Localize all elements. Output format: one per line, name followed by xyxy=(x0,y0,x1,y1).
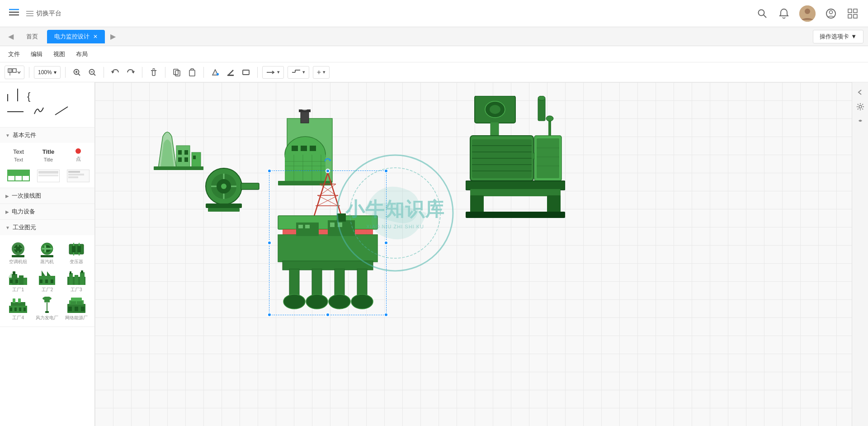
menu-layout[interactable]: 布局 xyxy=(75,48,89,60)
svg-rect-178 xyxy=(538,98,545,121)
menu-file[interactable]: 文件 xyxy=(7,48,21,60)
basic-text-label: Text xyxy=(14,157,23,162)
svg-rect-64 xyxy=(75,275,78,285)
svg-rect-105 xyxy=(301,146,307,151)
ind-item-steam-engine[interactable]: 蒸汽机 xyxy=(34,241,60,265)
user-avatar[interactable] xyxy=(799,5,816,22)
industrial-grid: 空调机组 蒸汽机 xyxy=(5,239,89,323)
ind-item-transformer[interactable]: 变压器 xyxy=(64,241,89,265)
svg-rect-104 xyxy=(292,146,298,151)
menu-bar: 文件 编辑 视图 布局 xyxy=(0,46,868,62)
tab-close-btn[interactable]: ✕ xyxy=(93,33,98,40)
tab-next-btn[interactable]: ▶ xyxy=(107,30,119,43)
category-industrial-header[interactable]: ▼ 工业图元 xyxy=(0,220,94,235)
svg-rect-123 xyxy=(241,183,259,189)
zoom-value: 100% xyxy=(38,69,52,76)
category-power-equipment: ▶ 电力设备 xyxy=(0,204,94,220)
hamburger-menu[interactable] xyxy=(9,8,19,19)
ind-item-wind-power[interactable]: 风力发电厂 xyxy=(34,297,60,321)
fill-color-btn[interactable] xyxy=(208,66,222,79)
ind-label-steam-engine: 蒸汽机 xyxy=(40,259,54,265)
menu-view[interactable]: 视图 xyxy=(52,48,66,60)
svg-rect-143 xyxy=(330,222,335,227)
copy-format-btn[interactable] xyxy=(170,66,184,79)
svg-rect-42 xyxy=(42,248,52,250)
tab-prev-btn[interactable]: ◀ xyxy=(5,30,17,43)
menu-edit[interactable]: 编辑 xyxy=(30,48,43,60)
svg-rect-27 xyxy=(175,71,180,76)
svg-rect-31 xyxy=(243,70,249,75)
toolbar-view-group xyxy=(5,66,24,79)
tab-active-power-design[interactable]: 电力监控设计 ✕ xyxy=(47,30,105,43)
svg-rect-61 xyxy=(51,279,53,283)
svg-rect-142 xyxy=(305,225,310,228)
action-options-btn[interactable]: 操作选项卡 ▼ xyxy=(813,30,863,43)
bell-icon[interactable] xyxy=(778,7,790,20)
view-toggle-btn[interactable] xyxy=(5,66,24,79)
svg-rect-30 xyxy=(227,75,234,76)
canvas-area[interactable]: 小牛知识库 XIAO NIU ZHI SHI KU xyxy=(95,82,852,426)
symbol-hline[interactable] xyxy=(7,111,24,112)
svg-rect-177 xyxy=(466,212,565,218)
search-icon[interactable] xyxy=(756,7,769,20)
add-dropdown[interactable]: + ▾ xyxy=(313,66,330,79)
category-basic-header[interactable]: ▼ 基本元件 xyxy=(0,128,94,143)
tab-home[interactable]: 首页 xyxy=(19,30,45,43)
basic-item-text[interactable]: Text Text xyxy=(5,147,32,164)
element-nuclear-plant[interactable] xyxy=(154,118,203,173)
ind-item-factory2[interactable]: 工厂2 xyxy=(34,269,60,293)
basic-item-table[interactable] xyxy=(5,168,32,184)
paste-btn[interactable] xyxy=(185,66,199,79)
svg-rect-63 xyxy=(69,273,73,285)
line-color-btn[interactable] xyxy=(224,66,237,79)
basic-item-card1[interactable] xyxy=(35,168,61,184)
svg-rect-84 xyxy=(68,307,72,311)
svg-rect-45 xyxy=(69,244,84,254)
symbol-curve-s[interactable] xyxy=(33,106,45,118)
shape-btn[interactable] xyxy=(239,66,253,79)
symbol-area: { xyxy=(0,82,94,128)
user-circle-icon[interactable] xyxy=(825,7,837,20)
svg-rect-71 xyxy=(18,298,21,303)
svg-line-7 xyxy=(764,14,767,18)
category-primary-wiring-header[interactable]: ▶ 一次接线图 xyxy=(0,188,94,204)
panel-expand-btn[interactable] xyxy=(854,86,867,99)
redo-btn[interactable] xyxy=(124,66,137,79)
ind-item-factory1[interactable]: 工厂1 xyxy=(5,269,31,293)
grid-apps-icon[interactable] xyxy=(846,7,859,20)
svg-point-182 xyxy=(859,105,862,108)
symbol-vline-tall[interactable] xyxy=(17,89,18,101)
element-motor[interactable] xyxy=(466,96,565,222)
category-power-equipment-header[interactable]: ▶ 电力设备 xyxy=(0,204,94,219)
ind-item-air-conditioner[interactable]: 空调机组 xyxy=(5,241,31,265)
undo-btn[interactable] xyxy=(108,66,122,79)
svg-rect-15 xyxy=(854,14,857,18)
svg-point-29 xyxy=(217,73,219,75)
element-turbine[interactable] xyxy=(201,161,264,216)
basic-item-dot[interactable]: 点 xyxy=(65,147,91,164)
category-industrial-content: 空调机组 蒸汽机 xyxy=(0,235,94,327)
basic-title-label: Title xyxy=(44,157,53,162)
zoom-dropdown-arrow: ▾ xyxy=(54,69,57,76)
svg-rect-44 xyxy=(41,255,53,257)
waypoint-dropdown[interactable]: ▾ xyxy=(288,66,309,79)
zoom-out-btn[interactable] xyxy=(85,66,99,79)
symbol-vline-short[interactable] xyxy=(7,94,8,101)
delete-btn[interactable] xyxy=(147,66,160,79)
platform-switch[interactable]: 切换平台 xyxy=(26,9,61,18)
zoom-in-btn[interactable] xyxy=(70,66,84,79)
element-oil-platform[interactable] xyxy=(269,170,387,315)
basic-item-title[interactable]: Title Title xyxy=(35,147,61,164)
ind-item-factory3[interactable]: 工厂3 xyxy=(64,269,89,293)
ind-item-factory4[interactable]: 工厂4 xyxy=(5,297,31,321)
ind-label-wind-power: 风力发电厂 xyxy=(36,315,58,321)
connector-dropdown[interactable]: ▾ xyxy=(262,66,284,79)
symbol-diagonal-line[interactable] xyxy=(54,106,69,118)
ind-item-network-energy[interactable]: 网络能源厂 xyxy=(64,297,89,321)
more-options-btn[interactable] xyxy=(854,115,867,128)
basic-item-card2[interactable] xyxy=(65,168,91,184)
symbol-bracket-shape[interactable]: { xyxy=(27,91,30,101)
tab-bar: ◀ 首页 电力监控设计 ✕ ▶ 操作选项卡 ▼ xyxy=(0,27,868,46)
settings-btn[interactable] xyxy=(854,100,867,113)
zoom-selector[interactable]: 100% ▾ xyxy=(34,66,61,79)
